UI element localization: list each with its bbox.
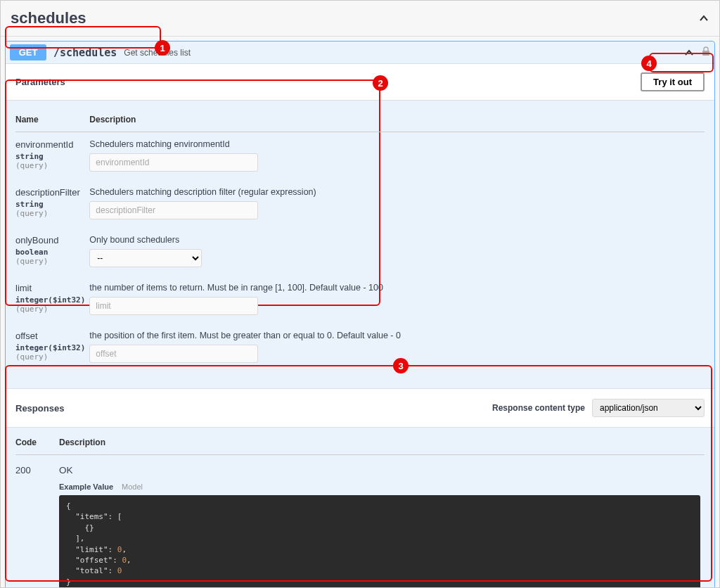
tab-model[interactable]: Model [122,482,143,491]
param-name: limit [15,283,85,293]
param-col-name: Name [15,110,89,132]
param-desc: Schedulers matching environmentId [89,139,700,149]
response-example[interactable]: { "items": [ {} ], "limit": 0, "offset":… [59,495,700,588]
param-name: descriptionFilter [15,187,85,198]
param-col-desc: Description [89,110,705,132]
parameters-bar: Parameters Try it out [6,63,714,101]
chevron-up-icon [698,13,709,24]
operation-path: /schedules [53,46,117,59]
response-desc: OK [59,465,700,475]
responses-title: Responses [15,403,64,414]
param-input-environmentId[interactable] [89,153,258,172]
lock-icon[interactable] [702,46,710,59]
param-type: string [15,152,85,161]
callout-badge-4: 4 [641,56,657,71]
callout-badge-2: 2 [373,75,388,91]
param-input-offset[interactable] [89,345,258,363]
param-input-descriptionFilter[interactable] [89,201,258,219]
section-title: schedules [11,9,86,27]
param-in: (query) [15,305,85,314]
param-in: (query) [15,161,85,170]
param-type: integer($int32) [15,295,85,305]
content-type-select[interactable]: application/json [592,399,705,417]
section-header[interactable]: schedules [1,1,719,37]
param-type: string [15,200,85,209]
param-in: (query) [15,257,85,266]
try-it-out-button[interactable]: Try it out [641,72,705,91]
param-name: environmentId [15,139,85,150]
param-in: (query) [15,352,85,362]
param-desc: Schedulers matching description filter (… [89,187,700,197]
param-name: offset [15,331,85,341]
param-input-limit[interactable] [89,297,258,315]
parameters-title: Parameters [15,77,65,87]
tab-example-value[interactable]: Example Value [59,482,113,491]
param-in: (query) [15,209,85,218]
resp-col-desc: Description [59,437,705,455]
param-type: boolean [15,248,85,257]
param-desc: Only bound schedulers [89,235,700,245]
param-select-onlyBound[interactable]: -- [89,249,202,267]
param-desc: the number of items to return. Must be i… [89,283,700,293]
param-desc: the position of the first item. Must be … [89,331,700,340]
http-method-badge: GET [10,44,46,60]
operation-header[interactable]: GET /schedules Get schedules list [6,41,714,63]
svg-rect-0 [702,51,709,56]
content-type-label: Response content type [492,403,585,413]
param-name: onlyBound [15,235,85,245]
resp-col-code: Code [15,437,59,455]
response-code: 200 [15,465,55,475]
chevron-up-icon [683,47,695,58]
param-type: integer($int32) [15,343,85,352]
callout-badge-1: 1 [155,40,170,56]
operation-block: GET /schedules Get schedules list Parame… [5,41,715,588]
parameters-body: Name Description environmentIdstring(que… [6,101,714,381]
responses-body: Code Description 200OKExample ValueModel… [6,428,714,588]
responses-bar: Responses Response content type applicat… [6,388,714,428]
